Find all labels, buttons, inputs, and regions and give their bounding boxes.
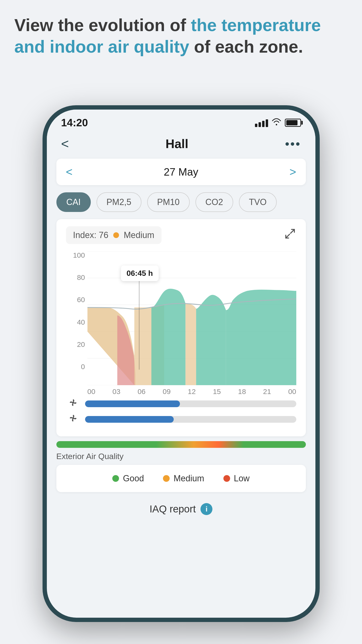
wifi-icon — [272, 118, 281, 127]
index-row: Index: 76 Medium — [66, 226, 296, 244]
sensor-bar-fill-1 — [85, 400, 180, 407]
y-label-100: 100 — [66, 251, 85, 259]
legend-dot-good — [112, 475, 119, 482]
legend-dot-low — [223, 475, 230, 482]
time-18: 18 — [238, 388, 246, 396]
phone-frame: 14:20 — [42, 105, 320, 622]
sensor-bar-bg-1 — [85, 400, 296, 407]
y-label-0: 0 — [66, 363, 85, 371]
prev-date-button[interactable]: < — [66, 165, 73, 178]
legend-item-low: Low — [223, 474, 250, 484]
time-axis: 00 03 06 09 12 15 18 21 00 — [66, 385, 296, 396]
exterior-air-quality-bar — [56, 441, 306, 448]
exterior-section: Exterior Air Quality — [56, 441, 306, 461]
fan-icon-2 — [66, 414, 80, 425]
legend-label-good: Good — [123, 474, 144, 484]
info-icon[interactable]: i — [200, 503, 212, 515]
y-axis-labels: 100 80 60 40 20 0 — [66, 251, 85, 371]
tab-pm25[interactable]: PM2,5 — [97, 192, 142, 212]
bottom-section: IAQ report i — [47, 496, 315, 522]
chart-area: 06:45 h 100 80 60 40 20 0 — [66, 251, 296, 385]
phone-outer: 14:20 — [42, 105, 320, 622]
legend-label-low: Low — [234, 474, 250, 484]
tab-pm10[interactable]: PM10 — [147, 192, 190, 212]
time-06: 06 — [138, 388, 146, 396]
filter-tabs: CAI PM2,5 PM10 CO2 TVO — [47, 188, 315, 217]
sensor-bars — [66, 398, 296, 425]
index-badge: Index: 76 Medium — [66, 226, 162, 244]
tab-tvoc[interactable]: TVO — [239, 192, 277, 212]
tab-cai[interactable]: CAI — [56, 192, 91, 212]
legend-card: Good Medium Low — [56, 465, 306, 492]
fan-icon-1 — [66, 398, 80, 409]
page-title: Hall — [166, 136, 188, 151]
time-15: 15 — [213, 388, 221, 396]
back-button[interactable]: < — [61, 136, 69, 152]
date-label: 27 May — [164, 166, 198, 178]
hero-text-suffix: of each zone. — [189, 37, 303, 56]
expand-button[interactable] — [284, 228, 296, 243]
iaq-report-label: IAQ report — [150, 503, 196, 515]
quality-dot — [113, 232, 119, 238]
legend-label-medium: Medium — [174, 474, 204, 484]
chart-svg — [87, 251, 296, 385]
time-21: 21 — [263, 388, 271, 396]
sensor-bar-fill-2 — [85, 416, 174, 423]
battery-icon — [285, 119, 301, 127]
chart-tooltip: 06:45 h — [121, 266, 159, 281]
time-09: 09 — [163, 388, 171, 396]
svg-point-7 — [72, 417, 74, 419]
time-03: 03 — [113, 388, 120, 396]
time-00b: 00 — [288, 388, 296, 396]
svg-point-6 — [72, 402, 74, 404]
next-date-button[interactable]: > — [289, 165, 296, 178]
status-icons — [255, 118, 301, 127]
y-label-20: 20 — [66, 340, 85, 348]
legend-item-good: Good — [112, 474, 144, 484]
phone-inner: 14:20 — [47, 110, 315, 618]
hero-text: View the evolution of the temperature an… — [14, 14, 348, 58]
tooltip-line — [139, 279, 140, 370]
time-12: 12 — [188, 388, 196, 396]
index-value: Index: 76 — [73, 230, 109, 240]
y-label-60: 60 — [66, 296, 85, 304]
y-label-80: 80 — [66, 274, 85, 282]
quality-label: Medium — [124, 230, 154, 240]
hero-text-plain: View the evolution of — [14, 16, 191, 35]
chart-card: Index: 76 Medium 06:45 h — [56, 219, 306, 436]
exterior-label: Exterior Air Quality — [56, 452, 306, 461]
more-button[interactable]: ••• — [285, 136, 301, 151]
date-navigation: < 27 May > — [56, 158, 306, 185]
sensor-row-1 — [66, 398, 296, 409]
status-bar: 14:20 — [47, 110, 315, 131]
time-00: 00 — [87, 388, 95, 396]
legend-item-medium: Medium — [163, 474, 204, 484]
sensor-row-2 — [66, 414, 296, 425]
signal-icon — [255, 118, 268, 127]
legend-dot-medium — [163, 475, 170, 482]
status-time: 14:20 — [61, 117, 88, 129]
sensor-bar-bg-2 — [85, 416, 296, 423]
y-label-40: 40 — [66, 318, 85, 326]
tab-co2[interactable]: CO2 — [195, 192, 233, 212]
app-header: < Hall ••• — [47, 131, 315, 156]
